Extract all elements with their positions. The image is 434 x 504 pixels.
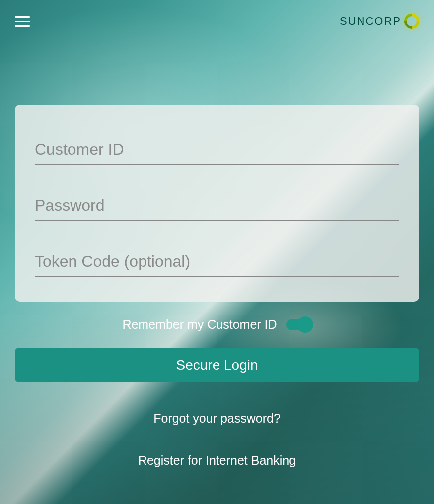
- register-row: Register for Internet Banking: [15, 453, 419, 468]
- header: SUNCORP: [0, 0, 434, 43]
- customer-id-input[interactable]: [35, 134, 399, 165]
- toggle-knob: [297, 316, 313, 333]
- forgot-password-link[interactable]: Forgot your password?: [153, 411, 281, 425]
- password-input[interactable]: [35, 190, 399, 221]
- token-code-input[interactable]: [35, 247, 399, 277]
- remember-row: Remember my Customer ID: [15, 317, 419, 332]
- login-card: [15, 105, 419, 302]
- main-content: Remember my Customer ID Secure Login For…: [0, 105, 434, 468]
- register-link[interactable]: Register for Internet Banking: [138, 453, 296, 467]
- sun-circle-icon: [401, 11, 422, 32]
- remember-toggle[interactable]: [286, 319, 312, 330]
- hamburger-line: [15, 25, 30, 27]
- brand-logo: SUNCORP: [340, 14, 419, 29]
- hamburger-line: [15, 21, 30, 22]
- remember-label: Remember my Customer ID: [122, 317, 277, 332]
- secure-login-button[interactable]: Secure Login: [15, 348, 419, 382]
- hamburger-line: [15, 16, 30, 18]
- menu-icon[interactable]: [15, 16, 30, 27]
- forgot-password-row: Forgot your password?: [15, 411, 419, 426]
- brand-name: SUNCORP: [340, 15, 401, 28]
